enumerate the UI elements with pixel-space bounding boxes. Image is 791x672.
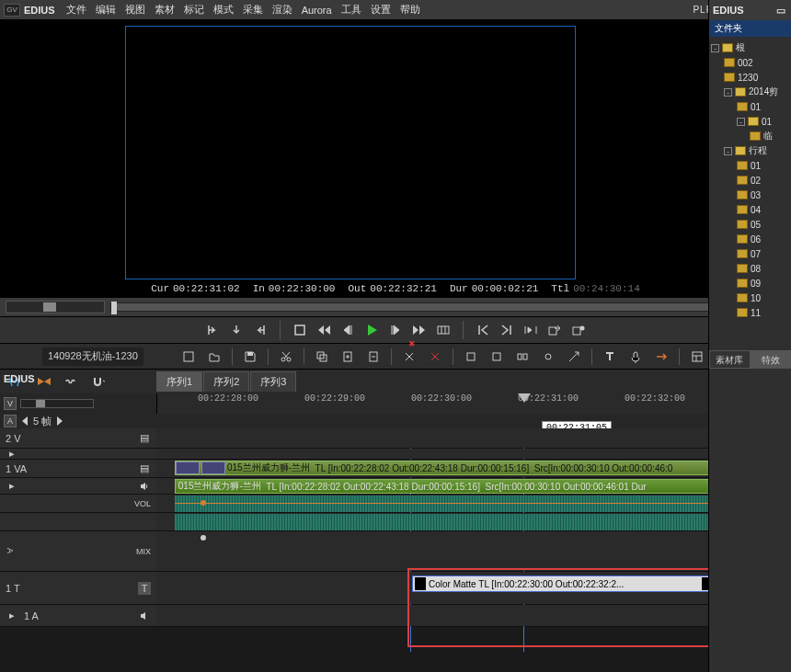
menu-file[interactable]: 文件 — [66, 3, 86, 17]
preview-monitor[interactable] — [125, 26, 576, 279]
tree-item[interactable]: 05 — [711, 217, 789, 232]
step-fwd-icon[interactable] — [387, 322, 404, 338]
new-seq-icon[interactable] — [180, 348, 197, 365]
magnet-mode-icon[interactable] — [90, 373, 109, 390]
trim-mode-icon[interactable] — [35, 373, 53, 390]
zoom-slider[interactable] — [20, 399, 94, 408]
color-matte-clip[interactable]: Color Matte TL [In:00:22:30:00 Out:00:22… — [412, 575, 716, 592]
video-toggle-icon[interactable]: ▤ — [138, 432, 151, 445]
tree-item[interactable]: 04 — [711, 202, 789, 217]
tree-item[interactable]: 1230 — [711, 70, 789, 85]
video-toggle-icon[interactable]: ▤ — [138, 462, 151, 475]
track-2v-expand[interactable]: ▸ — [0, 449, 791, 460]
tree-root[interactable]: -根 — [711, 40, 789, 55]
prev-edit-icon[interactable] — [475, 322, 491, 338]
render-icon[interactable] — [653, 348, 670, 365]
next-edit-icon[interactable] — [499, 322, 515, 338]
copy-icon[interactable] — [314, 348, 330, 365]
save-icon[interactable] — [242, 348, 258, 365]
trans-icon[interactable] — [566, 348, 582, 365]
step-left-icon[interactable] — [22, 416, 28, 426]
export-icon[interactable] — [546, 322, 563, 338]
tree-item[interactable]: 03 — [711, 188, 789, 202]
track-vol-body[interactable] — [156, 495, 791, 512]
toggle-2-icon[interactable] — [488, 348, 505, 365]
cut-icon[interactable] — [278, 348, 294, 365]
playhead-icon[interactable] — [518, 393, 531, 403]
menu-capture[interactable]: 采集 — [243, 3, 263, 17]
video-clip[interactable]: 015兰州威力狮-兰州 TL [In:00:22:28:02 Out:00:22… — [175, 461, 791, 475]
menu-render[interactable]: 渲染 — [272, 3, 292, 17]
track-2v-body[interactable] — [156, 428, 791, 448]
tree-item[interactable]: -01 — [711, 114, 789, 129]
tree-item[interactable]: -行程 — [711, 143, 789, 158]
marker-down-icon[interactable] — [228, 322, 245, 338]
stop-icon[interactable] — [292, 322, 308, 338]
sequence-tab-2[interactable]: 序列2 — [203, 371, 249, 392]
voice-icon[interactable] — [627, 348, 644, 365]
paste-insert-icon[interactable] — [339, 348, 356, 365]
speaker-icon[interactable] — [138, 480, 151, 493]
mix-keyframe-icon[interactable] — [201, 535, 206, 541]
link-icon[interactable] — [540, 348, 556, 365]
step-right-icon[interactable] — [57, 416, 63, 426]
tree-item[interactable]: 临 — [711, 129, 789, 143]
tree-item[interactable]: 11 — [711, 305, 789, 320]
multicam-mode-icon[interactable] — [63, 373, 81, 390]
play-icon[interactable] — [363, 322, 380, 338]
sequence-tab-1[interactable]: 序列1 — [156, 371, 202, 392]
group-icon[interactable] — [514, 348, 531, 365]
tree-item[interactable]: 01 — [711, 99, 789, 114]
audio-clip-header[interactable]: 015兰州威力狮-兰州 TL [In:00:22:28:02 Out:00:22… — [175, 479, 791, 494]
bin-tab-effects[interactable]: 特效 — [751, 350, 792, 369]
track-1a-body[interactable] — [156, 605, 791, 626]
menu-tools[interactable]: 工具 — [341, 3, 361, 17]
tree-item[interactable]: 10 — [711, 290, 789, 305]
paste-overwrite-icon[interactable] — [365, 348, 382, 365]
play-around-icon[interactable] — [522, 322, 539, 338]
tree-item[interactable]: 01 — [711, 158, 789, 173]
ripple-delete-icon[interactable]: ✖ — [401, 348, 418, 365]
vol-keyframe-icon[interactable] — [201, 500, 206, 506]
scrub-in-marker[interactable] — [111, 302, 117, 314]
menu-settings[interactable]: 设置 — [371, 3, 391, 17]
v-patch[interactable]: V — [4, 397, 17, 410]
toggle-1-icon[interactable] — [463, 348, 479, 365]
a-patch[interactable]: A — [4, 415, 17, 427]
scrub-track[interactable] — [110, 302, 785, 312]
sequence-tab-3[interactable]: 序列3 — [250, 371, 296, 392]
track-mix-body[interactable] — [156, 531, 791, 571]
scrub-bar[interactable] — [0, 298, 791, 316]
step-back-icon[interactable] — [339, 322, 356, 338]
tree-item[interactable]: 09 — [711, 276, 789, 290]
menu-clip[interactable]: 素材 — [155, 3, 175, 17]
track-1t-body[interactable]: Color Matte TL [In:00:22:30:00 Out:00:22… — [156, 572, 791, 604]
set-in-icon[interactable] — [204, 322, 221, 338]
menu-help[interactable]: 帮助 — [400, 3, 420, 17]
tree-item[interactable]: 07 — [711, 246, 789, 261]
record-icon[interactable] — [570, 322, 587, 338]
vol-line[interactable] — [175, 503, 791, 504]
bin-tab-library[interactable]: 素材库 — [709, 350, 751, 369]
project-name[interactable]: 140928无机油-1230 — [42, 347, 143, 366]
bin-folder-icon[interactable]: ▭ — [774, 4, 787, 17]
time-ruler[interactable]: 00:22:28:00 00:22:29:00 00:22:30:00 00:2… — [156, 393, 791, 414]
menu-mode[interactable]: 模式 — [213, 3, 234, 17]
jog-control[interactable] — [6, 301, 105, 313]
tree-item[interactable]: 002 — [711, 55, 789, 70]
delete-gap-icon[interactable] — [427, 348, 443, 365]
tree-item[interactable]: 02 — [711, 173, 789, 188]
tree-item[interactable]: 08 — [711, 261, 789, 276]
track-1va-body[interactable]: 015兰州威力狮-兰州 TL [In:00:22:28:02 Out:00:22… — [156, 460, 791, 477]
set-out-icon[interactable] — [252, 322, 269, 338]
title-toggle-icon[interactable]: T — [138, 582, 151, 595]
loop-icon[interactable] — [435, 322, 452, 338]
fast-fwd-icon[interactable] — [411, 322, 428, 338]
tree-item[interactable]: -2014剪 — [711, 85, 789, 99]
layout-icon[interactable] — [689, 348, 705, 365]
title-icon[interactable] — [602, 348, 618, 365]
tree-item[interactable]: 06 — [711, 232, 789, 246]
speaker-icon[interactable] — [138, 609, 151, 622]
open-icon[interactable] — [206, 348, 223, 365]
menu-marker[interactable]: 标记 — [184, 3, 204, 17]
